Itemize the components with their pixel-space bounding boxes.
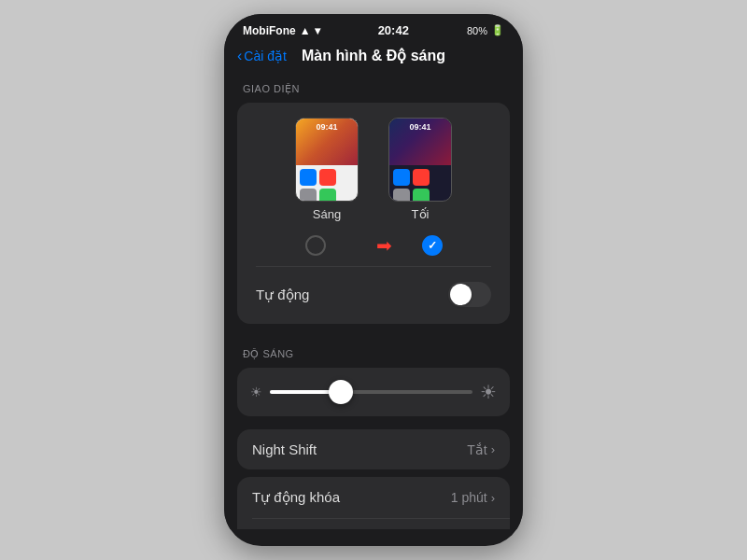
- settings-section: Night Shift Tắt › Tự động khóa 1 phút ›: [237, 429, 510, 529]
- brightness-section: ĐỘ SÁNG ☀ ☀: [224, 337, 523, 416]
- dark-theme-preview: 09:41: [388, 118, 452, 202]
- dark-preview-icon-1: [393, 169, 410, 186]
- auto-lock-row[interactable]: Tự động khóa 1 phút ›: [237, 477, 510, 518]
- back-button[interactable]: ‹ Cài đặt: [237, 48, 287, 64]
- preview-icon-2: [319, 169, 336, 186]
- brightness-slider[interactable]: [270, 390, 472, 394]
- night-shift-chevron-icon: ›: [491, 442, 495, 456]
- back-chevron-icon: ‹: [237, 48, 242, 64]
- checkmark-icon: ✓: [428, 239, 437, 252]
- dark-preview-icons: [389, 165, 451, 202]
- phone-frame: MobiFone ▲ ▾ 20:42 80% 🔋 ‹ Cài đặt Màn h…: [224, 14, 523, 546]
- page-title: Màn hình & Độ sáng: [302, 47, 445, 64]
- raise-to-wake-row[interactable]: Đưa lên để bật: [237, 519, 510, 529]
- light-preview-icons: [296, 165, 358, 202]
- auto-toggle-row: Tự động: [256, 276, 491, 309]
- night-shift-label: Night Shift: [252, 441, 317, 457]
- preview-icon-3: [300, 189, 317, 202]
- night-shift-value-text: Tắt: [467, 442, 486, 457]
- auto-toggle[interactable]: [448, 282, 491, 307]
- brightness-row: ☀ ☀: [250, 381, 497, 403]
- light-preview-time: 09:41: [296, 119, 358, 165]
- giao-dien-label: GIAO DIỆN: [224, 72, 523, 103]
- night-shift-row[interactable]: Night Shift Tắt ›: [237, 429, 510, 469]
- dark-radio[interactable]: ✓: [422, 235, 443, 256]
- dark-theme-option[interactable]: 09:41 Tối: [388, 118, 452, 221]
- sun-large-icon: ☀: [480, 381, 497, 403]
- night-shift-card: Night Shift Tắt ›: [237, 429, 510, 469]
- status-right: 80% 🔋: [467, 24, 504, 36]
- auto-label: Tự động: [256, 287, 309, 303]
- carrier-text: MobiFone: [243, 24, 296, 37]
- auto-lock-chevron-icon: ›: [491, 491, 495, 505]
- preview-icon-4: [319, 189, 336, 202]
- auto-lock-card: Tự động khóa 1 phút › Đưa lên để bật: [237, 477, 510, 529]
- light-theme-option[interactable]: 09:41 Sáng: [295, 118, 359, 221]
- status-left: MobiFone ▲ ▾: [243, 24, 320, 37]
- auto-lock-value-text: 1 phút: [451, 490, 487, 505]
- dark-preview-time: 09:41: [389, 119, 451, 165]
- signal-icon: ▲: [300, 24, 311, 37]
- radio-area: ➡ ✓: [256, 234, 491, 257]
- dark-preview-icon-4: [413, 189, 430, 202]
- auto-lock-value: 1 phút ›: [451, 490, 495, 505]
- selection-arrow-icon: ➡: [376, 234, 392, 257]
- battery-icon: 🔋: [491, 24, 504, 36]
- battery-percent: 80%: [467, 25, 487, 36]
- toggle-knob: [450, 284, 472, 305]
- dark-theme-label: Tối: [412, 207, 430, 221]
- night-shift-value: Tắt ›: [467, 442, 495, 457]
- wifi-icon: ▾: [315, 24, 320, 37]
- brightness-card: ☀ ☀: [237, 368, 510, 416]
- do-sang-label: ĐỘ SÁNG: [224, 337, 523, 368]
- status-bar: MobiFone ▲ ▾ 20:42 80% 🔋: [224, 14, 523, 41]
- dark-preview-icon-2: [413, 169, 430, 186]
- auto-lock-label: Tự động khóa: [252, 489, 340, 506]
- light-theme-preview: 09:41: [295, 118, 359, 202]
- nav-bar: ‹ Cài đặt Màn hình & Độ sáng: [224, 41, 523, 72]
- slider-thumb[interactable]: [329, 380, 353, 404]
- dark-preview-icon-3: [393, 189, 410, 202]
- status-time: 20:42: [378, 23, 409, 37]
- theme-options: 09:41 Sáng: [256, 118, 491, 221]
- back-label: Cài đặt: [244, 49, 287, 63]
- sun-small-icon: ☀: [250, 385, 262, 399]
- light-radio[interactable]: [305, 235, 326, 256]
- content-area: GIAO DIỆN 09:41: [224, 72, 523, 529]
- theme-card: 09:41 Sáng: [237, 103, 510, 324]
- light-theme-label: Sáng: [313, 207, 341, 221]
- preview-icon-1: [300, 169, 317, 186]
- card-divider: [256, 266, 491, 267]
